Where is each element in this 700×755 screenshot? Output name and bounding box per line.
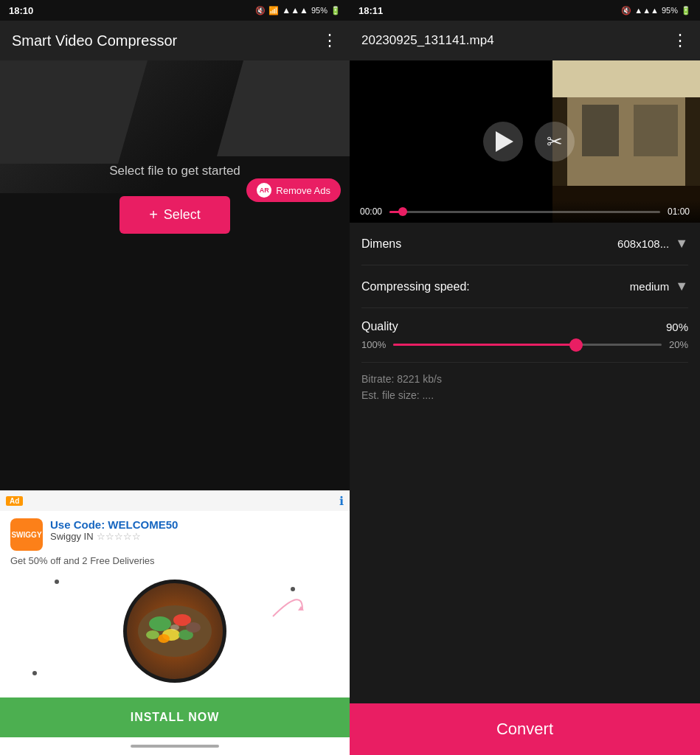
progress-bar[interactable] [389, 211, 660, 213]
ad-header: SWIGGY Use Code: WELCOME50 Swiggy IN ☆☆☆… [10, 518, 339, 551]
video-bg [552, 60, 700, 223]
convert-button[interactable]: Convert [350, 703, 700, 755]
scissors-button[interactable]: ✂ [535, 122, 575, 161]
quality-section: Quality 90% 100% 20% [361, 308, 688, 363]
svg-point-5 [158, 634, 170, 643]
dimens-value-row[interactable]: 608x108... ▼ [617, 236, 688, 251]
left-mute-icon: 🔇 [255, 6, 266, 15]
filesize-info: Est. file size: .... [361, 389, 688, 401]
right-status-icons: 🔇 ▲▲▲ 95% 🔋 [621, 6, 691, 15]
left-status-bar: 18:10 🔇 📶 ▲▲▲ 95% 🔋 [0, 0, 350, 21]
quality-slider-row: 100% 20% [361, 339, 688, 350]
speed-dropdown-icon: ▼ [675, 279, 688, 294]
ad-content: SWIGGY Use Code: WELCOME50 Swiggy IN ☆☆☆… [0, 511, 350, 697]
deco-arrow [266, 580, 310, 624]
right-status-time: 18:11 [358, 5, 383, 16]
ar-badge: AR [257, 183, 271, 198]
dot-1 [55, 580, 59, 584]
dot-3 [32, 671, 37, 675]
dimens-row: Dimens 608x108... ▼ [361, 223, 688, 265]
left-menu-button[interactable]: ⋮ [322, 31, 338, 50]
right-app-header: 20230925_131141.mp4 ⋮ [350, 21, 700, 60]
ad-headline: Use Code: WELCOME50 [50, 518, 178, 531]
ad-badge: Ad [6, 496, 23, 506]
ad-section: Ad ℹ SWIGGY Use Code: WELCOME50 Swiggy I… [0, 490, 350, 755]
svg-rect-13 [582, 105, 619, 156]
svg-point-7 [186, 622, 201, 633]
right-battery-label: 95% [662, 6, 678, 15]
video-time-end: 01:00 [668, 206, 690, 217]
quality-max-label: 20% [669, 339, 688, 350]
progress-thumb [398, 207, 407, 216]
bg-shape-1 [0, 60, 148, 164]
swiggy-logo: SWIGGY [10, 518, 43, 551]
left-battery-icon: 🔋 [330, 6, 341, 15]
right-wifi-icon: ▲▲▲ [634, 6, 659, 15]
scissors-icon: ✂ [547, 131, 563, 153]
left-wifi-icon: ▲▲▲ [282, 5, 308, 15]
left-home-indicator [0, 737, 350, 755]
select-prompt: Select file to get started [109, 164, 240, 178]
quality-percent: 90% [666, 321, 688, 333]
video-thumbnail [350, 60, 700, 223]
ad-label-row: Ad ℹ [0, 490, 350, 511]
slider-thumb [569, 338, 583, 352]
left-status-icons: 🔇 📶 ▲▲▲ 95% 🔋 [255, 5, 341, 15]
food-svg [131, 602, 219, 661]
speed-label: Compressing speed: [361, 280, 470, 293]
food-bowl [123, 580, 226, 683]
ad-image-area [10, 572, 339, 690]
right-battery-icon: 🔋 [681, 6, 691, 15]
ad-stars: ☆☆☆☆☆ [97, 531, 141, 542]
install-now-button[interactable]: INSTALL NOW [0, 697, 350, 737]
info-section: Bitrate: 8221 kb/s Est. file size: .... [361, 363, 688, 416]
select-area: Select file to get started + Select [109, 164, 240, 234]
left-dark-area: AR Remove Ads Select file to get started… [0, 60, 350, 490]
svg-rect-14 [634, 105, 678, 156]
play-button[interactable] [483, 122, 523, 161]
left-app-title: Smart Video Compressor [12, 32, 177, 49]
svg-point-8 [170, 624, 179, 630]
video-controls: 00:00 01:00 [350, 201, 700, 223]
left-signal-icon: 📶 [268, 6, 279, 15]
right-panel: 18:11 🔇 ▲▲▲ 95% 🔋 20230925_131141.mp4 ⋮ [350, 0, 700, 755]
quality-min-label: 100% [361, 339, 386, 350]
svg-point-6 [146, 630, 159, 639]
video-container: ✂ 00:00 01:00 [350, 60, 700, 223]
select-button[interactable]: + Select [119, 196, 230, 234]
settings-section: Dimens 608x108... ▼ Compressing speed: m… [350, 223, 700, 703]
left-panel: 18:10 🔇 📶 ▲▲▲ 95% 🔋 Smart Video Compress… [0, 0, 350, 755]
speed-value-row[interactable]: medium ▼ [630, 279, 688, 294]
select-label: Select [164, 207, 201, 223]
svg-point-1 [149, 616, 171, 631]
ad-description: Get 50% off and 2 Free Deliveries [10, 555, 339, 566]
ad-text-block: Use Code: WELCOME50 Swiggy IN ☆☆☆☆☆ [50, 518, 178, 542]
ad-brand: Swiggy IN [50, 531, 94, 542]
left-home-bar [131, 745, 219, 748]
speed-row: Compressing speed: medium ▼ [361, 265, 688, 308]
right-mute-icon: 🔇 [621, 6, 631, 15]
select-plus-icon: + [149, 206, 158, 223]
remove-ads-button[interactable]: AR Remove Ads [246, 178, 341, 202]
left-app-header: Smart Video Compressor ⋮ [0, 21, 350, 60]
food-bowl-inner [127, 583, 223, 679]
quality-label: Quality [361, 320, 398, 333]
ad-info-icon[interactable]: ℹ [339, 494, 344, 508]
dimens-label: Dimens [361, 237, 401, 251]
swiggy-logo-text: SWIGGY [11, 531, 41, 539]
dimens-value: 608x108... [617, 237, 669, 250]
bg-shape-2 [217, 60, 350, 156]
room-svg [552, 60, 700, 223]
bitrate-info: Bitrate: 8221 kb/s [361, 373, 688, 385]
dimens-dropdown-icon: ▼ [675, 236, 688, 251]
right-menu-button[interactable]: ⋮ [672, 31, 688, 50]
play-icon [496, 131, 513, 152]
quality-slider[interactable] [393, 344, 662, 346]
left-status-time: 18:10 [9, 5, 33, 16]
video-time-start: 00:00 [360, 206, 382, 217]
speed-value: medium [630, 280, 669, 293]
ad-subline: Swiggy IN ☆☆☆☆☆ [50, 531, 178, 542]
right-status-bar: 18:11 🔇 ▲▲▲ 95% 🔋 [350, 0, 700, 21]
remove-ads-label: Remove Ads [276, 185, 330, 196]
svg-rect-11 [552, 60, 700, 97]
